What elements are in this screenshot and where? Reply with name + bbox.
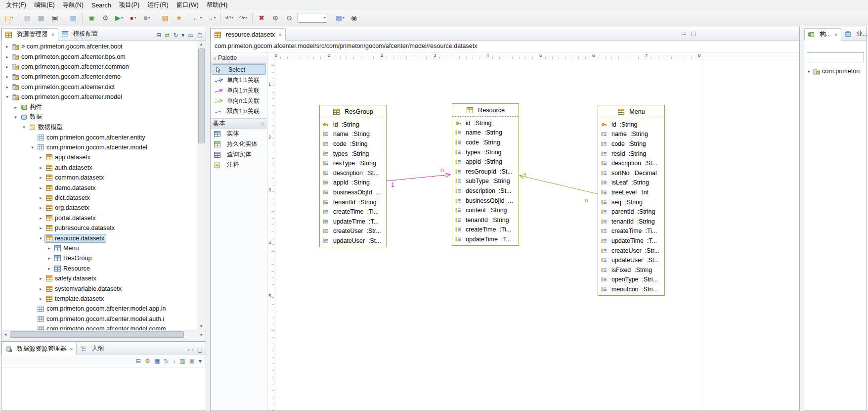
entity-field[interactable]: treeLevel:Int: [598, 187, 664, 197]
tree-item[interactable]: ▸> com.primeton.gocom.afcenter.boot: [1, 42, 206, 51]
entity-field[interactable]: name:String: [320, 130, 386, 139]
twisty-icon[interactable]: ▸: [3, 74, 11, 79]
twisty-icon[interactable]: ▸: [37, 286, 44, 291]
palette-tool-persistent-entity-tool[interactable]: 持久化实体: [211, 139, 267, 149]
entity-field[interactable]: resId:String: [598, 149, 664, 159]
twisty-icon[interactable]: ▾: [12, 115, 19, 120]
tree-item[interactable]: ▸portal.datasetx: [1, 213, 206, 223]
tree-item[interactable]: ▸ResGroup: [1, 253, 206, 263]
filter-input[interactable]: [807, 52, 864, 62]
twisty-icon[interactable]: ▸: [37, 296, 44, 301]
entity-field[interactable]: isFixed:String: [598, 265, 664, 275]
chart-icon[interactable]: ▥: [179, 358, 185, 364]
twisty-icon[interactable]: ▸: [37, 185, 44, 190]
external-tools-button[interactable]: ⚙: [99, 12, 112, 23]
tree-item[interactable]: ▸dict.datasetx: [1, 193, 206, 203]
entity-field[interactable]: createUser:Str...: [598, 246, 664, 256]
entity-field[interactable]: openType:Stri...: [598, 275, 664, 285]
close-icon[interactable]: ×: [278, 32, 281, 38]
menu-project[interactable]: 项目(P): [115, 0, 144, 10]
save-icon[interactable]: ▣: [189, 358, 195, 364]
minimize-icon[interactable]: ▭: [188, 347, 193, 353]
entity-field[interactable]: resType:String: [320, 158, 386, 168]
scroll-down-icon[interactable]: ▾: [197, 322, 205, 330]
twisty-icon[interactable]: ▸: [37, 216, 44, 221]
tree-item[interactable]: ▸com.primeton.gocom.afcenter.demo: [1, 72, 206, 82]
explorer-vscrollbar[interactable]: ▴ ▾: [197, 41, 205, 330]
entity-field[interactable]: content:String: [452, 205, 519, 215]
palette-group-header[interactable]: 基本◇: [211, 118, 267, 129]
tab-business[interactable]: 业...: [841, 28, 868, 40]
zoom-in-button[interactable]: ⊕: [269, 12, 282, 23]
entity-field[interactable]: tenantId:String: [320, 197, 386, 207]
layout-button[interactable]: ▦▾: [334, 12, 347, 23]
undo-button[interactable]: ↶▾: [223, 12, 236, 23]
entity-field[interactable]: id:String: [598, 120, 664, 130]
menu-file[interactable]: 文件(F): [2, 0, 30, 10]
refresh-icon[interactable]: ↻: [164, 358, 169, 364]
tree-item[interactable]: ▸demo.datasetx: [1, 183, 206, 192]
minimize-icon[interactable]: ▭: [188, 32, 193, 38]
configure-icon[interactable]: ⚙: [145, 358, 150, 364]
diagram-canvas[interactable]: 1nn1 ResGroupid:Stringname:Stringcode:St…: [274, 59, 799, 411]
tree-item[interactable]: ▸com.primeton.gocom.afcenter.common: [1, 62, 206, 72]
tree-item[interactable]: ▸safety.datasetx: [1, 274, 206, 283]
entity-field[interactable]: code:String: [452, 137, 519, 147]
print-button[interactable]: ▣: [48, 12, 61, 23]
twisty-icon[interactable]: ▸: [37, 205, 44, 210]
import-icon[interactable]: ↓: [173, 358, 175, 364]
back-button[interactable]: ←▾: [191, 12, 204, 23]
vertical-sash[interactable]: [206, 27, 210, 411]
refresh-icon[interactable]: ↻: [173, 32, 178, 38]
tree-item[interactable]: ▸template.datasetx: [1, 294, 206, 304]
record-button[interactable]: ◉: [85, 12, 98, 23]
twisty-icon[interactable]: ▸: [45, 256, 53, 261]
run-button[interactable]: ▶▾: [113, 12, 126, 23]
twisty-icon[interactable]: ▾: [3, 94, 11, 99]
tree-item[interactable]: ▸systemvariable.datasetx: [1, 283, 206, 293]
close-icon[interactable]: ×: [51, 32, 54, 38]
twisty-icon[interactable]: ▾: [29, 145, 36, 150]
tree-item[interactable]: com.primeton.gocom.afcenter.entity: [1, 133, 206, 142]
view-menu-icon[interactable]: ▾: [199, 358, 202, 364]
menu-edit[interactable]: 编辑(E): [30, 0, 59, 10]
collapse-all-icon[interactable]: ⊟: [136, 358, 141, 364]
save-button[interactable]: ▦: [21, 12, 34, 23]
twisty-icon[interactable]: ▸: [45, 266, 53, 271]
tree-item[interactable]: ▸Menu: [1, 243, 206, 253]
save-all-button[interactable]: ▩: [35, 12, 47, 23]
scroll-up-icon[interactable]: ▴: [197, 41, 205, 48]
sweep-button[interactable]: ★: [173, 12, 185, 23]
entity-field[interactable]: id:String: [452, 118, 519, 128]
twisty-icon[interactable]: ▾: [37, 236, 44, 241]
redo-button[interactable]: ↷▾: [237, 12, 250, 23]
tab-datasource-explorer[interactable]: 数据源资源管理器 ×: [1, 343, 77, 355]
tree-item[interactable]: com.primeton.gocom.afcenter.model.app.in: [1, 304, 206, 314]
entity-field[interactable]: updateTime:T...: [598, 236, 664, 246]
entity-field[interactable]: resGroupId:St...: [452, 167, 519, 177]
tree-item[interactable]: ▸com.primeton.gocom.afcenter.bps.om: [1, 51, 206, 61]
entity-field[interactable]: description:St...: [598, 158, 664, 168]
entity-field[interactable]: tenantId:String: [452, 215, 519, 225]
table-view-icon[interactable]: ▦: [154, 358, 160, 364]
entity-field[interactable]: description:St...: [452, 186, 519, 196]
scroll-thumb[interactable]: [10, 331, 184, 338]
entity-field[interactable]: tenantId:String: [598, 217, 664, 227]
tree-item[interactable]: ▾com.primeton.gocom.afcenter.model: [1, 142, 206, 152]
scroll-left-icon[interactable]: ◂: [1, 330, 9, 338]
twisty-icon[interactable]: ▸: [37, 175, 44, 180]
palette-tool-assoc-n-1[interactable]: 单向n:1关联: [211, 96, 267, 106]
twisty-icon[interactable]: ▸: [37, 165, 44, 170]
entity-resgroup[interactable]: ResGroupid:Stringname:Stringcode:Stringt…: [319, 105, 387, 247]
entity-field[interactable]: types:String: [452, 147, 519, 157]
tree-item[interactable]: ▸app.datasetx: [1, 152, 206, 162]
view-menu-icon[interactable]: ▾: [181, 32, 184, 38]
palette-tool-assoc-1-n[interactable]: 单向1:n关联: [211, 86, 267, 96]
entity-field[interactable]: name:String: [598, 130, 664, 139]
entity-field[interactable]: createTime:Ti...: [598, 227, 664, 236]
tree-item[interactable]: ▸pubresource.datasetx: [1, 223, 206, 233]
menu-navigate[interactable]: 导航(N): [59, 0, 87, 10]
entity-field[interactable]: id:String: [320, 120, 386, 130]
palette-tool-assoc-1-1[interactable]: 单向1:1关联: [211, 75, 267, 86]
new-button[interactable]: ▤▾: [2, 12, 15, 23]
